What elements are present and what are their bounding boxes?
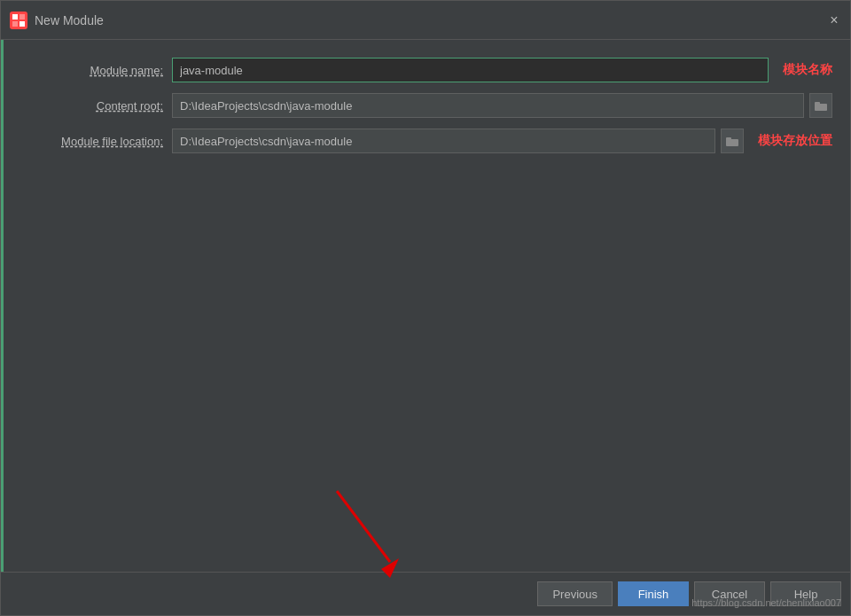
content-root-label: Content root: (21, 99, 163, 113)
svg-rect-3 (12, 21, 18, 27)
module-file-location-input-wrapper: 模块存放位置 (172, 129, 832, 153)
module-file-location-label: Module file location: (21, 135, 163, 148)
module-name-row: Module name: 模块名称 (21, 58, 832, 82)
content-root-input[interactable] (172, 93, 804, 118)
button-bar: Previous Finish Cancel Help (1, 572, 850, 615)
previous-button[interactable]: Previous (537, 581, 613, 606)
module-name-input-wrapper: 模块名称 (172, 58, 832, 82)
dialog-title: New Module (35, 13, 104, 27)
title-bar: New Module × (1, 1, 850, 40)
app-icon (10, 12, 27, 29)
svg-rect-6 (815, 102, 820, 105)
svg-rect-2 (20, 14, 25, 19)
module-file-location-annotation: 模块存放位置 (758, 133, 832, 149)
title-bar-left: New Module (10, 12, 104, 29)
close-button[interactable]: × (827, 13, 841, 27)
module-name-annotation: 模块名称 (783, 62, 832, 78)
module-name-label: Module name: (21, 64, 163, 77)
module-name-input[interactable] (172, 58, 769, 82)
new-module-dialog: New Module × Module name: 模块名称 Content r… (0, 0, 851, 616)
content-root-browse-button[interactable] (809, 93, 832, 118)
svg-rect-8 (726, 137, 731, 141)
svg-rect-1 (12, 14, 18, 19)
module-file-location-input[interactable] (172, 129, 715, 153)
module-file-location-browse-button[interactable] (721, 129, 744, 153)
module-file-location-row: Module file location: 模块存放位置 (21, 129, 832, 153)
content-root-input-wrapper (172, 93, 832, 118)
finish-button[interactable]: Finish (618, 581, 689, 606)
content-area: Module name: 模块名称 Content root: (1, 40, 850, 572)
svg-rect-4 (20, 21, 25, 27)
watermark: https://blog.csdn.net/chenlixiao007 (691, 597, 841, 608)
content-root-row: Content root: (21, 93, 832, 118)
